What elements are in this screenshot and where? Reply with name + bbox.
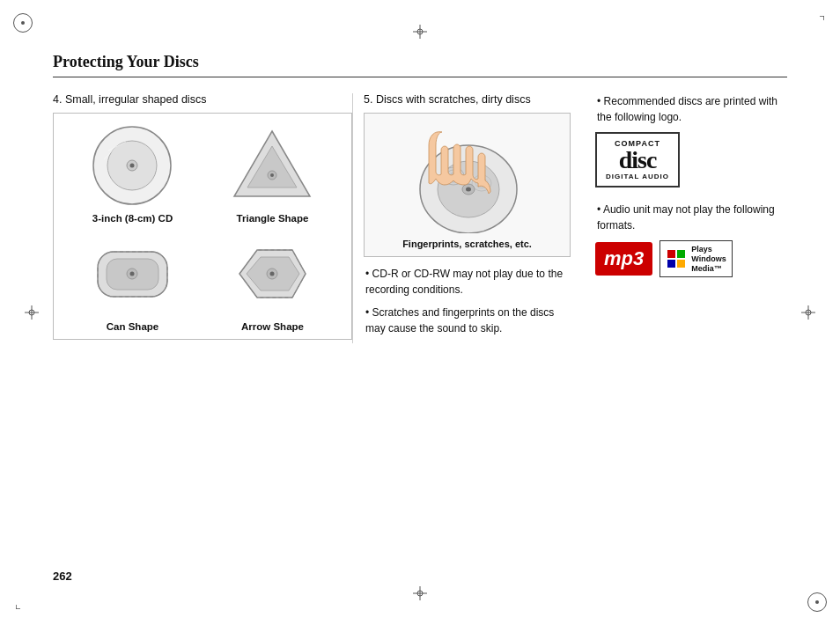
cd-logo-area: COMPACT disc DIGITAL AUDIO bbox=[595, 132, 787, 188]
triangle-illustration bbox=[231, 124, 314, 208]
disc-item-can: Can Shape bbox=[63, 232, 203, 332]
windows-icon bbox=[666, 248, 687, 269]
scratch-image-box: Fingerprints, scratches, etc. bbox=[364, 113, 571, 257]
windows-media-text: Plays Windows Media™ bbox=[691, 245, 726, 273]
svg-rect-42 bbox=[677, 250, 685, 258]
svg-rect-41 bbox=[667, 250, 675, 258]
disc-grid-box: 3-inch (8-cm) CD Triangle Shape bbox=[53, 113, 352, 340]
disc-grid: 3-inch (8-cm) CD Triangle Shape bbox=[63, 124, 343, 332]
svg-point-21 bbox=[270, 173, 274, 177]
svg-point-15 bbox=[130, 164, 135, 168]
col3-recommendations: Recommended discs are printed with the f… bbox=[581, 93, 787, 277]
media-logos-area: mp3 Plays Windows Media™ bbox=[595, 240, 787, 277]
fingerprint-scratch-svg bbox=[376, 123, 561, 233]
finger-disc-area bbox=[372, 121, 565, 235]
triangle-label: Triangle Shape bbox=[237, 213, 309, 224]
svg-rect-44 bbox=[677, 260, 685, 268]
cd-logo-main-text: disc bbox=[606, 148, 669, 173]
windows-media-logo: Plays Windows Media™ bbox=[659, 240, 732, 277]
page-title: Protecting Your Discs bbox=[53, 53, 199, 70]
cd-3inch-illustration bbox=[91, 124, 174, 208]
col1-irregular-discs: 4. Small, irregular shaped discs bbox=[53, 93, 352, 340]
recommended-logo-bullet: Recommended discs are printed with the f… bbox=[595, 93, 787, 125]
can-label: Can Shape bbox=[107, 321, 158, 332]
svg-rect-43 bbox=[667, 260, 675, 268]
cd-logo-box: COMPACT disc DIGITAL AUDIO bbox=[595, 132, 680, 188]
disc-item-triangle: Triangle Shape bbox=[203, 124, 343, 224]
columns-layout: 4. Small, irregular shaped discs bbox=[53, 93, 787, 343]
arrow-label: Arrow Shape bbox=[241, 321, 304, 332]
formats-bullet: Audio unit may not play the following fo… bbox=[595, 202, 787, 233]
page-content: Protecting Your Discs 4. Small, irregula… bbox=[0, 0, 840, 625]
svg-point-30 bbox=[270, 272, 275, 276]
scratch-caption: Fingerprints, scratches, etc. bbox=[372, 239, 563, 249]
col1-section-label: 4. Small, irregular shaped discs bbox=[53, 93, 352, 106]
arrow-illustration bbox=[231, 232, 314, 316]
scratch-bullet-1: CD-R or CD-RW may not play due to the re… bbox=[364, 266, 571, 298]
col2-scratches: 5. Discs with scratches, dirty discs bbox=[352, 93, 581, 343]
scratch-bullet-2: Scratches and fingerprints on the discs … bbox=[364, 305, 571, 336]
svg-point-35 bbox=[466, 187, 471, 191]
disc-item-arrow: Arrow Shape bbox=[203, 232, 343, 332]
can-illustration bbox=[91, 232, 174, 316]
svg-point-25 bbox=[130, 272, 135, 276]
disc-item-cd3inch: 3-inch (8-cm) CD bbox=[63, 124, 203, 224]
cd-3inch-label: 3-inch (8-cm) CD bbox=[92, 213, 173, 224]
cd-logo-bottom-text: DIGITAL AUDIO bbox=[606, 173, 669, 180]
col2-section-label: 5. Discs with scratches, dirty discs bbox=[364, 93, 571, 106]
title-section: Protecting Your Discs bbox=[53, 53, 787, 77]
mp3-logo: mp3 bbox=[595, 242, 652, 276]
page-number: 262 bbox=[53, 570, 72, 583]
